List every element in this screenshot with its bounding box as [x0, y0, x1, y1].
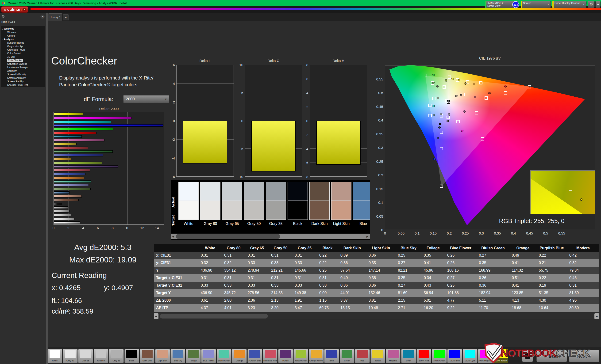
actual-swatch: [179, 182, 199, 201]
table-cell: 436.90: [198, 289, 222, 297]
collapse-icon[interactable]: ◢: [2, 38, 3, 40]
de-formula-select[interactable]: 2000 ▼: [123, 95, 169, 103]
rgb-triplet-readout: RGB Triplet: 255, 255, 0: [466, 217, 598, 225]
table-cell: 2.80: [222, 297, 245, 304]
sidebar-item-grayscale-multi[interactable]: Grayscale - Multi: [1, 48, 45, 52]
pattern-chip-100-cyan[interactable]: 100% Cyan: [463, 349, 478, 363]
swatch-scrollbar[interactable]: ◀ ▶: [171, 234, 370, 239]
chip-label: Red: [360, 358, 364, 363]
chip-swatch: [372, 350, 383, 358]
pattern-chip-white[interactable]: White: [47, 349, 62, 363]
sidebar-item-saturation-sweeps[interactable]: Saturation Sweeps: [1, 62, 45, 66]
sidebar-item-luminance-sweeps[interactable]: Luminance Sweeps: [1, 66, 45, 69]
scroll-left-icon[interactable]: ◀: [154, 313, 159, 319]
tab-history-1[interactable]: History 1: [48, 13, 62, 21]
pattern-chip-yellow-green[interactable]: Yellow Green: [293, 349, 308, 363]
meter-count-badge[interactable]: 233: [512, 1, 519, 8]
deltae-bar-purplish-blue: [54, 173, 85, 175]
tree-section-analysis[interactable]: ◢Analysis: [1, 38, 45, 41]
chevron-down-icon: ▼: [546, 3, 551, 6]
scrollbar-thumb[interactable]: [160, 314, 268, 318]
chip-label: Purple: [282, 358, 289, 363]
sidebar-item-color-gamut[interactable]: Color Gamut: [1, 52, 45, 55]
pattern-chip-blue-sky[interactable]: Blue Sky: [170, 349, 185, 363]
pattern-chip-100-red[interactable]: 100% Red: [416, 349, 431, 363]
pattern-chip-blue-flower[interactable]: Blue Flower: [201, 349, 216, 363]
table-cell: 4.37: [198, 304, 222, 312]
pattern-chip-magenta[interactable]: Magenta: [386, 349, 401, 363]
table-cell: 212.21: [269, 267, 292, 274]
sidebar-splitter[interactable]: [46, 13, 48, 364]
sidebar-item-options[interactable]: Options: [1, 34, 45, 38]
deltae-bar-row: [54, 150, 164, 153]
table-row: Target Y436.90345.72278.56214.53149.380.…: [154, 289, 599, 297]
calman-menu-button[interactable]: ◈ calman ▼: [1, 6, 28, 13]
sidebar-item-3d-lut[interactable]: 3D LUT: [1, 55, 45, 59]
pattern-chip-orange-yellow[interactable]: Orange Yellow: [309, 349, 324, 363]
table-cell: 149.38: [292, 289, 317, 297]
sidebar-title: SDR Toolkit: [1, 21, 15, 23]
sidebar-item-screen-stability[interactable]: Screen Stability: [1, 80, 45, 83]
row-label: y: CIE31: [154, 259, 198, 267]
add-tab-button[interactable]: +: [63, 14, 69, 20]
sidebar-item-colorchecker[interactable]: ColorChecker: [1, 59, 45, 62]
table-cell: 0.33: [198, 282, 222, 289]
table-cell: 13.15: [338, 304, 366, 312]
table-cell: 0.46: [567, 274, 599, 282]
pattern-chip-gray-50[interactable]: Gray 50: [94, 349, 109, 363]
sidebar-item-dynamic-range[interactable]: Dynamic Range: [1, 41, 45, 45]
chip-swatch: [249, 350, 260, 358]
collapse-icon[interactable]: ◢: [2, 28, 3, 29]
scrollbar-thumb[interactable]: [176, 234, 280, 239]
pattern-chip-purplish-blue[interactable]: Purplish Blue: [247, 349, 262, 363]
pattern-chip-dark-skin[interactable]: Dark Skin: [140, 349, 154, 363]
pattern-chip-orange[interactable]: Orange: [232, 349, 247, 363]
settings-button[interactable]: ⚙: [588, 1, 595, 8]
pattern-chip-foliage[interactable]: Foliage: [186, 349, 201, 363]
sidebar-item-screen-angularity[interactable]: Screen Angularity: [1, 76, 45, 80]
scroll-right-icon[interactable]: ▶: [365, 234, 370, 239]
pattern-chip-cyan[interactable]: Cyan: [401, 349, 416, 363]
table-cell: 0.31: [222, 274, 245, 282]
scroll-left-icon[interactable]: ◀: [171, 234, 175, 239]
table-cell: 0.41: [421, 259, 445, 267]
page-description: Display analysis is performed with the X…: [59, 75, 153, 88]
table-cell: 0.31: [292, 252, 317, 259]
display-control-dropdown[interactable]: Direct Display Control ▼: [552, 1, 586, 8]
table-cell: 44.01: [338, 289, 366, 297]
pattern-chip-bluish-green[interactable]: Bluish Green: [217, 349, 231, 363]
record-dot-icon[interactable]: [2, 15, 4, 18]
pattern-chip-100-green[interactable]: 100% Green: [432, 349, 447, 363]
collapse-panel-button[interactable]: ◀: [595, 1, 601, 8]
deltae-bar-light-skin: [54, 195, 82, 198]
pattern-chip-black[interactable]: Black: [124, 349, 139, 363]
patch-light-skin: Light Skin: [331, 182, 351, 226]
pattern-chip-purple[interactable]: Purple: [278, 349, 293, 363]
scroll-right-icon[interactable]: ▶: [594, 313, 599, 319]
pattern-chip-gray-65[interactable]: Gray 65: [78, 349, 93, 363]
sidebar-item-grayscale-2pt[interactable]: Grayscale - 2pt: [1, 45, 45, 48]
inset-measured-point: [580, 198, 582, 201]
pattern-chip-100-blue[interactable]: 100% Blue: [447, 349, 462, 363]
sidebar-item-additivity[interactable]: Additivity: [1, 69, 45, 73]
pattern-chip-green[interactable]: Green: [340, 349, 354, 363]
table-scrollbar[interactable]: ◀ ▶: [154, 313, 599, 319]
sidebar-item-screen-uniformity[interactable]: Screen Uniformity: [1, 73, 45, 76]
source-dropdown[interactable]: Source ▼: [521, 1, 551, 8]
deltae-bar-row: [54, 121, 164, 123]
sidebar-item-spectral-power-dist-[interactable]: Spectral Power Dist.: [1, 83, 45, 87]
table-cell: 1.91: [292, 297, 317, 304]
pattern-chip-red[interactable]: Red: [355, 349, 370, 363]
pattern-chip-yellow[interactable]: Yellow: [371, 349, 385, 363]
pattern-chip-light-skin[interactable]: Light Skin: [155, 349, 170, 363]
sidebar-item-welcome[interactable]: Welcome: [1, 30, 45, 34]
pattern-chip-gray-80[interactable]: Gray 80: [63, 349, 78, 363]
pattern-chip-blue[interactable]: Blue: [324, 349, 339, 363]
pattern-chip-gray-35[interactable]: Gray 35: [109, 349, 124, 363]
table-row: ΔE 20003.612.802.362.131.911.163.373.812…: [154, 297, 599, 304]
tree-section-welcome[interactable]: ◢Welcome: [1, 27, 45, 30]
pattern-chip-moderate-red[interactable]: Moderate Red: [263, 349, 278, 363]
row-label: Target x:CIE31: [154, 274, 198, 282]
collapse-sidebar-icon[interactable]: ◀: [40, 15, 45, 19]
col-header-foliage: Foliage: [421, 244, 445, 252]
